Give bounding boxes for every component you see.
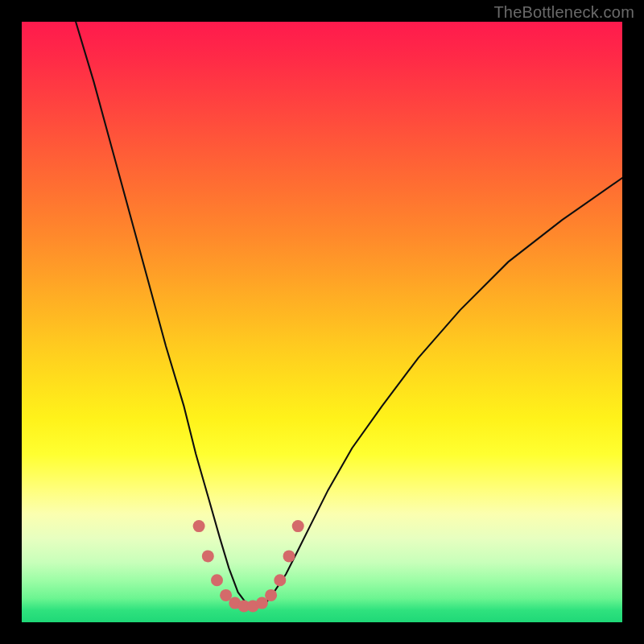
highlight-dot [265,589,277,601]
highlight-dots [193,520,304,612]
highlight-dot [283,550,295,562]
highlight-dot [193,520,205,532]
watermark: TheBottleneck.com [493,3,634,22]
highlight-dot [211,574,223,586]
highlight-dot [229,597,241,609]
highlight-dot [247,600,259,612]
highlight-dot [220,589,232,601]
bottleneck-curve [76,22,622,607]
highlight-dot [274,574,286,586]
chart-frame: TheBottleneck.com [0,0,644,644]
highlight-dot [202,550,214,562]
highlight-dot [238,600,250,612]
plot-area [22,22,622,622]
chart-svg [22,22,622,622]
highlight-dot [292,520,304,532]
highlight-dot [256,597,268,609]
